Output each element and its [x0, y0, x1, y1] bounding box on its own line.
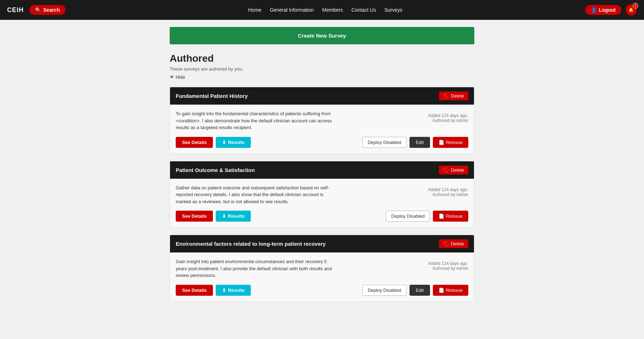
survey-card-2: Patient Outcome & Satisfaction 🚫 Delete …	[170, 161, 474, 228]
reissue-button-2[interactable]: 📄 Reissue	[433, 211, 468, 222]
create-survey-banner[interactable]: Create New Survey	[170, 27, 474, 44]
survey-card-1-actions: See Details ⬇ Results Deploy Disabled Ed…	[176, 137, 468, 148]
delete-button-2[interactable]: 🚫 Delete	[439, 166, 468, 174]
reissue-button-3[interactable]: 📄 Reissue	[433, 285, 468, 296]
download-icon-1: ⬇	[222, 140, 226, 145]
download-icon-2: ⬇	[222, 213, 226, 219]
brand-logo: CEIH	[7, 6, 24, 14]
user-icon: 👤	[591, 7, 597, 13]
logout-button[interactable]: 👤 Logout	[585, 5, 621, 15]
ban-icon-3: 🚫	[443, 241, 449, 246]
survey-card-3-actions: See Details ⬇ Results Deploy Disabled Ed…	[176, 285, 468, 296]
reissue-button-1[interactable]: 📄 Reissue	[433, 137, 468, 148]
edit-button-1[interactable]: Edit	[409, 137, 430, 148]
results-button-3[interactable]: ⬇ Results	[216, 285, 251, 296]
search-icon: 🔍	[35, 7, 41, 13]
see-details-button-1[interactable]: See Details	[176, 137, 213, 148]
deploy-disabled-button-1[interactable]: Deploy Disabled	[362, 137, 407, 148]
page-subtitle: These surveys are authored by you.	[170, 66, 474, 72]
survey-card-3-title: Environmental factors related to long-te…	[176, 241, 326, 247]
results-button-2[interactable]: ⬇ Results	[216, 211, 251, 222]
survey-card-2-body: Gather data on patient outcome and subse…	[170, 179, 474, 228]
survey-card-2-actions: See Details ⬇ Results Deploy Disabled 📄 …	[176, 211, 468, 222]
search-button[interactable]: 🔍 Search	[29, 5, 66, 15]
survey-card-1-body: To gain insight into the fundamental cha…	[170, 105, 474, 154]
deploy-disabled-button-2[interactable]: Deploy Disabled	[386, 211, 430, 222]
survey-card-3-actions-right: Deploy Disabled Edit 📄 Reissue	[362, 285, 468, 296]
nav-home[interactable]: Home	[248, 7, 261, 13]
delete-button-1[interactable]: 🚫 Delete	[439, 91, 468, 100]
delete-button-3[interactable]: 🚫 Delete	[439, 239, 468, 248]
reissue-icon-2: 📄	[439, 213, 444, 219]
survey-card-1: Fundamental Patient History 🚫 Delete To …	[170, 87, 474, 154]
nav-surveys[interactable]: Surveys	[384, 7, 402, 13]
navbar-right: 👤 Logout 🔔 5	[585, 4, 637, 16]
survey-card-2-header: Patient Outcome & Satisfaction 🚫 Delete	[170, 161, 474, 179]
nav-members[interactable]: Members	[322, 7, 343, 13]
survey-card-2-actions-right: Deploy Disabled 📄 Reissue	[386, 211, 468, 222]
eye-icon: 👁	[170, 74, 174, 80]
survey-card-1-inner: To gain insight into the fundamental cha…	[176, 110, 468, 131]
survey-card-1-meta: Added 124 days ago. Authored by Admin	[428, 113, 468, 123]
survey-card-1-title: Fundamental Patient History	[176, 93, 248, 99]
survey-card-2-title: Patient Outcome & Satisfaction	[176, 167, 255, 173]
reissue-icon-3: 📄	[439, 288, 444, 293]
nav-contact[interactable]: Contact Us	[351, 7, 376, 13]
ban-icon-2: 🚫	[443, 167, 449, 173]
survey-card-2-actions-left: See Details ⬇ Results	[176, 211, 251, 222]
survey-card-3-actions-left: See Details ⬇ Results	[176, 285, 251, 296]
survey-card-1-actions-right: Deploy Disabled Edit 📄 Reissue	[362, 137, 468, 148]
survey-card-3-inner: Gain insight into patient environmental …	[176, 258, 468, 279]
survey-card-1-actions-left: See Details ⬇ Results	[176, 137, 251, 148]
survey-card-3-meta: Added 124 days ago. Authored by Admin	[428, 261, 468, 271]
notification-badge: 5	[633, 3, 638, 9]
survey-card-2-meta: Added 124 days ago. Authored by Admin	[428, 187, 468, 197]
see-details-button-2[interactable]: See Details	[176, 211, 213, 222]
survey-card-1-header: Fundamental Patient History 🚫 Delete	[170, 87, 474, 105]
edit-button-3[interactable]: Edit	[409, 285, 430, 296]
survey-card-3: Environmental factors related to long-te…	[170, 235, 474, 302]
results-button-1[interactable]: ⬇ Results	[216, 137, 251, 148]
survey-card-1-description: To gain insight into the fundamental cha…	[176, 110, 339, 131]
navbar: CEIH 🔍 Search Home General Information M…	[0, 0, 644, 20]
download-icon-3: ⬇	[222, 288, 226, 293]
survey-card-3-body: Gain insight into patient environmental …	[170, 252, 474, 301]
page-title: Authored	[170, 53, 474, 64]
reissue-icon-1: 📄	[439, 140, 444, 145]
hide-link[interactable]: 👁 Hide	[170, 74, 474, 80]
ban-icon-1: 🚫	[443, 93, 449, 99]
notification-wrapper: 🔔 5	[626, 4, 637, 16]
nav-general-info[interactable]: General Information	[270, 7, 314, 13]
survey-card-2-description: Gather data on patient outcome and subse…	[176, 184, 339, 205]
deploy-disabled-button-3[interactable]: Deploy Disabled	[362, 285, 407, 296]
nav-links: Home General Information Members Contact…	[248, 7, 402, 13]
see-details-button-3[interactable]: See Details	[176, 285, 213, 296]
main-content: Create New Survey Authored These surveys…	[163, 20, 481, 316]
survey-card-2-inner: Gather data on patient outcome and subse…	[176, 184, 468, 205]
survey-card-3-header: Environmental factors related to long-te…	[170, 235, 474, 252]
survey-card-3-description: Gain insight into patient environmental …	[176, 258, 339, 279]
